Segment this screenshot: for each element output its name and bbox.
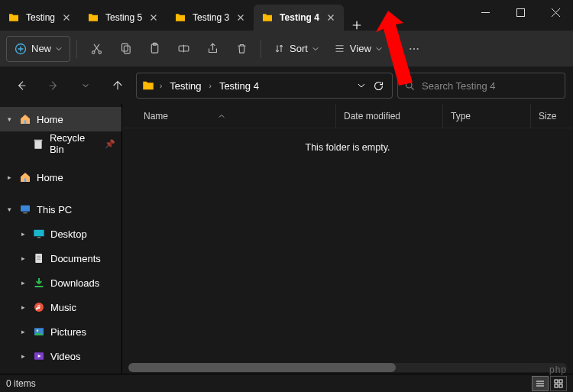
tab-testing-3[interactable]: Testing 3 bbox=[167, 5, 254, 31]
new-tab-button[interactable] bbox=[344, 20, 370, 31]
paste-icon bbox=[148, 42, 161, 55]
body: ▾ Home Recycle Bin 📌 ▸ Home ▾ This PC ▸ … bbox=[0, 104, 573, 374]
maximize-button[interactable] bbox=[503, 0, 538, 24]
titlebar: Testing Testing 5 Testing 3 Testing 4 bbox=[0, 0, 573, 31]
view-button[interactable]: View bbox=[328, 36, 388, 62]
sidebar-item-downloads[interactable]: ▸ Downloads bbox=[0, 271, 121, 295]
svg-rect-13 bbox=[24, 120, 27, 124]
plus-circle-icon bbox=[15, 43, 27, 55]
separator bbox=[394, 40, 395, 58]
search-placeholder: Search Testing 4 bbox=[422, 80, 496, 92]
sidebar-item-music[interactable]: ▸ Music bbox=[0, 295, 121, 319]
sidebar-item-label: Desktop bbox=[50, 228, 87, 240]
chevron-right-icon[interactable]: ▸ bbox=[18, 230, 28, 238]
column-name[interactable]: Name bbox=[122, 104, 336, 128]
chevron-down-icon[interactable]: ▾ bbox=[5, 115, 14, 123]
close-icon[interactable] bbox=[325, 12, 336, 23]
svg-point-3 bbox=[99, 51, 101, 53]
delete-button[interactable] bbox=[228, 36, 254, 62]
chevron-right-icon[interactable]: ▸ bbox=[18, 279, 28, 287]
thumbnails-view-icon bbox=[554, 379, 563, 388]
svg-rect-27 bbox=[555, 380, 558, 383]
chevron-right-icon[interactable]: ▸ bbox=[18, 303, 28, 311]
column-type[interactable]: Type bbox=[443, 104, 531, 128]
new-label: New bbox=[31, 43, 51, 54]
cut-button[interactable] bbox=[83, 36, 109, 62]
separator bbox=[76, 40, 77, 58]
column-size[interactable]: Size bbox=[531, 104, 573, 128]
chevron-right-icon[interactable]: ▸ bbox=[5, 173, 14, 181]
ellipsis-icon bbox=[408, 43, 420, 55]
breadcrumb-item[interactable]: Testing 4 bbox=[216, 79, 262, 93]
folder-icon bbox=[174, 11, 186, 24]
breadcrumb-item[interactable]: Testing bbox=[167, 79, 204, 93]
svg-rect-17 bbox=[21, 206, 30, 212]
sidebar-item-home[interactable]: ▾ Home bbox=[0, 107, 121, 131]
recent-button[interactable] bbox=[72, 72, 99, 99]
arrow-left-icon bbox=[15, 79, 28, 92]
sidebar-item-documents[interactable]: ▸ Documents bbox=[0, 246, 121, 271]
sidebar-item-desktop[interactable]: ▸ Desktop bbox=[0, 222, 121, 246]
rename-button[interactable] bbox=[170, 36, 196, 62]
chevron-right-icon[interactable]: ▸ bbox=[18, 352, 28, 360]
sidebar-item-label: This PC bbox=[37, 204, 72, 215]
back-button[interactable] bbox=[8, 72, 35, 99]
column-date-modified[interactable]: Date modified bbox=[336, 104, 443, 128]
details-view-button[interactable] bbox=[532, 376, 549, 391]
up-button[interactable] bbox=[104, 72, 131, 99]
search-box[interactable]: Search Testing 4 bbox=[397, 73, 565, 99]
desktop-icon bbox=[32, 227, 46, 241]
sidebar-item-videos[interactable]: ▸ Videos bbox=[0, 344, 121, 368]
sidebar-item-pictures[interactable]: ▸ Pictures bbox=[0, 319, 121, 344]
separator bbox=[261, 40, 261, 58]
forward-button[interactable] bbox=[40, 72, 67, 99]
paste-button[interactable] bbox=[141, 36, 167, 62]
details-view-icon bbox=[536, 379, 545, 388]
svg-point-25 bbox=[37, 329, 39, 332]
column-headers: Name Date modified Type Size bbox=[122, 104, 573, 128]
home-icon bbox=[18, 112, 32, 126]
navigation-bar: › Testing › Testing 4 Search Testing 4 bbox=[0, 67, 573, 104]
sidebar-item-label: Documents bbox=[50, 253, 101, 264]
chevron-right-icon[interactable]: ▸ bbox=[18, 254, 28, 262]
column-label: Type bbox=[451, 111, 471, 121]
sidebar-item-home[interactable]: ▸ Home bbox=[0, 165, 121, 190]
tab-testing-4[interactable]: Testing 4 bbox=[254, 5, 344, 31]
delete-icon bbox=[235, 42, 248, 55]
column-label: Size bbox=[539, 111, 556, 121]
folder-icon bbox=[261, 11, 274, 24]
address-bar[interactable]: › Testing › Testing 4 bbox=[136, 73, 393, 99]
tab-testing-5[interactable]: Testing 5 bbox=[79, 5, 167, 31]
close-icon[interactable] bbox=[61, 12, 72, 23]
chevron-right-icon[interactable]: ▸ bbox=[18, 328, 28, 335]
close-icon[interactable] bbox=[235, 12, 246, 23]
minimize-button[interactable] bbox=[468, 0, 503, 24]
videos-icon bbox=[32, 349, 46, 363]
new-button[interactable]: New bbox=[6, 36, 70, 62]
refresh-icon[interactable] bbox=[373, 80, 384, 92]
more-button[interactable] bbox=[401, 36, 427, 62]
sort-label: Sort bbox=[290, 43, 308, 54]
sort-button[interactable]: Sort bbox=[267, 36, 325, 62]
chevron-down-icon[interactable]: ▾ bbox=[5, 206, 14, 213]
chevron-down-icon[interactable] bbox=[358, 82, 365, 89]
tab-testing[interactable]: Testing bbox=[0, 5, 79, 31]
horizontal-scrollbar[interactable] bbox=[128, 363, 567, 372]
close-icon[interactable] bbox=[148, 12, 159, 23]
thumbnails-view-button[interactable] bbox=[550, 376, 567, 391]
close-window-button[interactable] bbox=[538, 0, 573, 24]
sidebar-item-this-pc[interactable]: ▾ This PC bbox=[0, 197, 121, 222]
sidebar-item-recycle-bin[interactable]: Recycle Bin 📌 bbox=[0, 131, 121, 156]
svg-rect-14 bbox=[35, 141, 42, 149]
tab-strip: Testing Testing 5 Testing 3 Testing 4 bbox=[0, 0, 468, 31]
scrollbar-thumb[interactable] bbox=[128, 363, 396, 372]
navigation-pane[interactable]: ▾ Home Recycle Bin 📌 ▸ Home ▾ This PC ▸ … bbox=[0, 104, 122, 374]
svg-rect-4 bbox=[121, 44, 128, 51]
share-button[interactable] bbox=[199, 36, 225, 62]
copy-button[interactable] bbox=[112, 36, 138, 62]
plus-icon bbox=[351, 20, 362, 31]
svg-rect-21 bbox=[35, 254, 42, 263]
svg-point-11 bbox=[416, 47, 418, 49]
svg-rect-19 bbox=[34, 230, 44, 237]
svg-rect-0 bbox=[516, 8, 524, 16]
